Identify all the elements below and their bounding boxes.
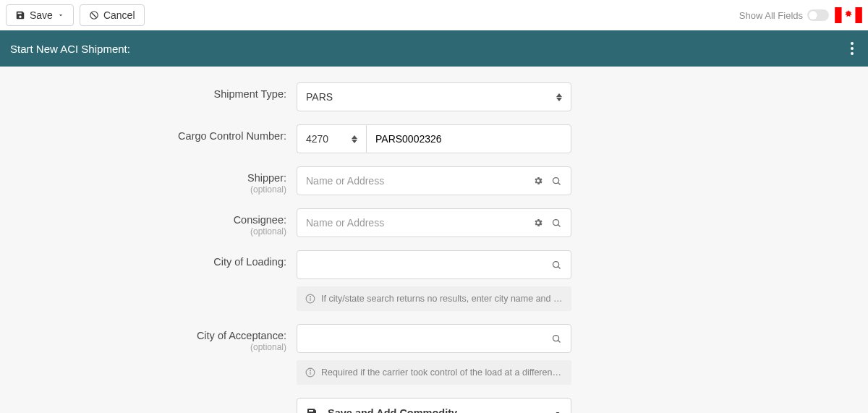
shipment-type-value: PARS <box>306 91 556 103</box>
stepper-icon <box>556 93 562 101</box>
svg-line-1 <box>91 13 96 18</box>
kebab-menu[interactable] <box>846 39 858 58</box>
search-icon[interactable] <box>551 176 562 187</box>
shipper-input[interactable] <box>297 166 571 195</box>
chevron-down-icon <box>57 12 64 19</box>
city-acceptance-input[interactable] <box>297 324 571 353</box>
shipper-label: Shipper: (optional) <box>7 166 297 195</box>
save-add-commodity-button[interactable]: Save and Add Commodity <box>297 398 571 413</box>
save-label: Save <box>30 9 53 21</box>
city-loading-field[interactable] <box>306 259 551 271</box>
city-acceptance-label: City of Acceptance: (optional) <box>7 324 297 352</box>
ccn-prefix-value: 4270 <box>306 133 352 145</box>
page-title: Start New ACI Shipment: <box>10 43 130 55</box>
svg-point-13 <box>553 335 559 341</box>
svg-line-5 <box>558 182 561 184</box>
svg-point-12 <box>310 297 311 297</box>
city-loading-label: City of Loading: <box>7 250 297 268</box>
gear-icon[interactable] <box>532 176 544 186</box>
ccn-prefix-select[interactable]: 4270 <box>297 124 366 153</box>
search-icon[interactable] <box>551 333 562 344</box>
search-icon[interactable] <box>551 260 562 271</box>
search-icon[interactable] <box>551 218 562 229</box>
svg-point-6 <box>553 219 559 225</box>
svg-line-9 <box>558 266 561 268</box>
cancel-label: Cancel <box>103 9 135 21</box>
save-icon <box>306 407 318 413</box>
shipment-type-label: Shipment Type: <box>7 82 297 100</box>
svg-point-8 <box>553 261 559 267</box>
show-all-label: Show All Fields <box>739 10 803 21</box>
section-header: Start New ACI Shipment: <box>0 30 868 67</box>
form: Shipment Type: PARS Cargo Control Number… <box>0 67 868 413</box>
shipment-type-select[interactable]: PARS <box>297 82 571 111</box>
svg-point-4 <box>553 177 559 183</box>
stepper-icon <box>352 135 357 143</box>
cancel-button[interactable]: Cancel <box>80 4 145 26</box>
toolbar: Save Cancel Show All Fields <box>0 0 868 30</box>
ccn-field[interactable] <box>375 133 562 145</box>
canada-flag-icon <box>835 7 862 23</box>
show-all-toggle[interactable] <box>807 9 829 21</box>
shipper-field[interactable] <box>306 175 532 187</box>
consignee-label: Consignee: (optional) <box>7 208 297 237</box>
svg-point-17 <box>310 370 311 371</box>
gear-icon[interactable] <box>532 218 544 228</box>
svg-line-14 <box>558 340 561 342</box>
ccn-input[interactable] <box>366 124 571 153</box>
info-icon <box>305 367 315 378</box>
info-icon <box>305 294 315 304</box>
cancel-icon <box>89 10 99 20</box>
save-icon <box>15 10 25 20</box>
show-all-fields: Show All Fields <box>739 9 829 21</box>
chevron-down-icon <box>553 409 562 413</box>
ccn-label: Cargo Control Number: <box>7 124 297 142</box>
city-loading-hint: If city/state search returns no results,… <box>297 286 571 311</box>
save-button[interactable]: Save <box>6 4 74 26</box>
action-label: Save and Add Commodity <box>328 407 457 413</box>
consignee-input[interactable] <box>297 208 571 237</box>
consignee-field[interactable] <box>306 217 532 229</box>
city-acceptance-field[interactable] <box>306 333 551 344</box>
city-acceptance-hint: Required if the carrier took control of … <box>297 360 571 385</box>
toggle-knob <box>809 11 817 20</box>
city-loading-input[interactable] <box>297 250 571 279</box>
svg-line-7 <box>558 224 561 226</box>
